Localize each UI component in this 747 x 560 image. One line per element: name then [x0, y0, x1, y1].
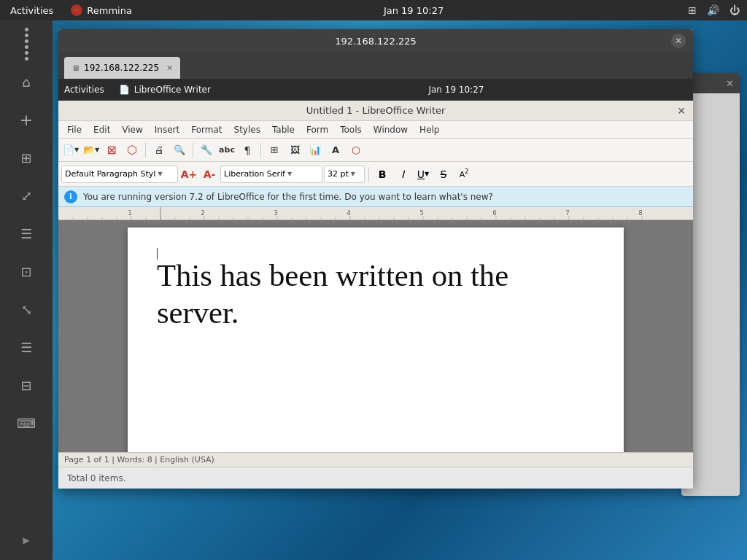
info-icon: i [64, 190, 77, 203]
font-name-dropdown[interactable]: Liberation Serif ▼ [220, 166, 322, 183]
print-preview-button[interactable]: 🔍 [170, 141, 189, 160]
remmina-content: Activities 📄 LibreOffice Writer Jan 19 1… [58, 79, 693, 467]
bold-button[interactable]: B [373, 165, 392, 184]
menu-table[interactable]: Table [266, 123, 301, 136]
lo-infobar: i You are running version 7.2 of LibreOf… [58, 187, 693, 207]
strikethrough-button[interactable]: S [434, 165, 453, 184]
sidebar-item-apps[interactable] [9, 26, 44, 61]
ruler-svg: 1 2 3 4 5 6 7 8 [58, 207, 693, 219]
paragraph-style-dropdown[interactable]: Default Paragraph Styl ▼ [61, 166, 178, 183]
sidebar-item-home[interactable]: ⌂ [9, 64, 44, 99]
activities-button[interactable]: Activities [0, 5, 63, 16]
toolbar-separator-1 [145, 143, 146, 158]
spellcheck-button[interactable]: abc [217, 141, 236, 160]
sidebar-item-shrink[interactable]: ⊡ [9, 254, 44, 289]
libreoffice-window: Activities 📄 LibreOffice Writer Jan 19 1… [58, 79, 693, 467]
sidebar-item-keyboard[interactable]: ⌨ [9, 405, 44, 440]
tab-icon: 🖥 [71, 63, 80, 73]
volume-icon[interactable]: 🔊 [707, 4, 719, 16]
table-insert-button[interactable]: ⊞ [265, 141, 284, 160]
superscript-button[interactable]: A2 [454, 165, 473, 184]
fullscreen-icon: ⤢ [21, 188, 32, 203]
sidebar-item-menu2[interactable]: ☰ [9, 330, 44, 365]
size-dropdown-arrow: ▼ [351, 171, 355, 177]
network-icon[interactable]: ⊞ [688, 4, 697, 16]
lo-topbar-activities[interactable]: Activities [64, 85, 104, 95]
save-remote-button[interactable]: ⊠ [102, 141, 121, 160]
lo-toolbar2: Default Paragraph Styl ▼ A+ A- Liberatio… [58, 162, 693, 187]
sidebar-item-add[interactable]: + [9, 102, 44, 137]
remmina-indicator[interactable]: Remmina [63, 4, 139, 16]
remmina-window: 192.168.122.225 ✕ 🖥 192.168.122.225 ✕ Ac… [58, 29, 693, 489]
open-button[interactable]: 📂▼ [82, 141, 101, 160]
menu-insert[interactable]: Insert [149, 123, 185, 136]
menu-file[interactable]: File [61, 123, 88, 136]
menu-window[interactable]: Window [368, 123, 414, 136]
lo-page[interactable]: This has been written on the server. [128, 228, 624, 452]
sidebar-item-fullscreen[interactable]: ⤢ [9, 178, 44, 213]
menu-help[interactable]: Help [414, 123, 445, 136]
new-document-button[interactable]: 📄▼ [61, 141, 80, 160]
remmina-icon [71, 4, 82, 16]
remmina-statusbar: Total 0 items. [58, 467, 693, 489]
lo-topbar-datetime: Jan 19 10:27 [225, 85, 687, 95]
find-button[interactable]: 🔧 [197, 141, 216, 160]
system-topbar: Activities Remmina Jan 19 10:27 ⊞ 🔊 ⏻ [0, 0, 747, 20]
menu-form[interactable]: Form [301, 123, 334, 136]
format-marks-button[interactable]: ¶ [238, 141, 257, 160]
increase-font-button[interactable]: A+ [179, 165, 198, 184]
menu-tools[interactable]: Tools [334, 123, 368, 136]
shrink-icon: ⊡ [20, 264, 31, 279]
menu-format[interactable]: Format [185, 123, 228, 136]
svg-text:4: 4 [347, 210, 350, 217]
lo-titlebar: Untitled 1 - LibreOffice Writer ✕ [58, 101, 693, 121]
menu-edit[interactable]: Edit [88, 123, 116, 136]
save-pdf-button[interactable]: ⬡ [123, 141, 142, 160]
lo-menubar: File Edit View Insert Format Styles Tabl… [58, 121, 693, 139]
toolbar-separator-2 [193, 143, 193, 158]
add-icon: + [20, 111, 33, 129]
extra-close-button[interactable]: ✕ [726, 78, 734, 89]
topbar-datetime: Jan 19 10:27 [139, 5, 688, 16]
sidebar-item-screen[interactable]: ⊟ [9, 368, 44, 402]
lo-toolbar1: 📄▼ 📂▼ ⊠ ⬡ 🖨 🔍 🔧 abc ¶ ⊞ 🖼 📊 A ⬡ [58, 139, 693, 162]
menu-view[interactable]: View [116, 123, 148, 136]
fontwork-button[interactable]: ⬡ [347, 141, 365, 160]
lo-ruler: 1 2 3 4 5 6 7 8 [58, 207, 693, 220]
paragraph-style-label: Default Paragraph Styl [65, 169, 155, 179]
lo-statusbar: Page 1 of 1 | Words: 8 | English (USA) [58, 452, 693, 467]
font-name-label: Liberation Serif [224, 169, 285, 179]
svg-text:7: 7 [565, 210, 569, 217]
lo-window-title: Untitled 1 - LibreOffice Writer [306, 105, 446, 116]
tab-label: 192.168.122.225 [84, 63, 159, 73]
menu-styles[interactable]: Styles [228, 123, 266, 136]
italic-button[interactable]: I [393, 165, 412, 184]
textbox-button[interactable]: A [326, 141, 345, 160]
toolbar-separator-3 [260, 143, 261, 158]
sidebar-expand-chevron[interactable]: ▶ [23, 535, 29, 545]
sidebar-item-menu1[interactable]: ☰ [9, 216, 44, 251]
lo-close-button[interactable]: ✕ [677, 105, 686, 117]
tab-close-button[interactable]: ✕ [166, 63, 173, 73]
document-text[interactable]: This has been written on the server. [157, 257, 595, 331]
sidebar-item-capture[interactable]: ⊞ [9, 140, 44, 175]
underline-button[interactable]: U ▼ [414, 165, 433, 184]
font-size-dropdown[interactable]: 32 pt ▼ [324, 166, 365, 183]
svg-rect-0 [58, 207, 693, 219]
print-button[interactable]: 🖨 [150, 141, 169, 160]
power-icon[interactable]: ⏻ [729, 4, 740, 16]
remmina-tab-session[interactable]: 🖥 192.168.122.225 ✕ [64, 57, 180, 79]
remmina-titlebar: 192.168.122.225 ✕ [58, 29, 693, 52]
sidebar-item-resize[interactable]: ⤡ [9, 292, 44, 327]
info-message: You are running version 7.2 of LibreOffi… [83, 192, 493, 202]
lo-document-area[interactable]: This has been written on the server. [58, 220, 693, 452]
remmina-close-button[interactable]: ✕ [671, 34, 686, 48]
decrease-font-button[interactable]: A- [200, 165, 219, 184]
svg-text:2: 2 [201, 210, 204, 217]
format-separator [368, 167, 369, 182]
svg-text:1: 1 [128, 210, 131, 217]
chart-insert-button[interactable]: 📊 [306, 141, 325, 160]
image-insert-button[interactable]: 🖼 [285, 141, 304, 160]
underline-arrow: ▼ [425, 171, 429, 177]
statusbar-text: Page 1 of 1 | Words: 8 | English (USA) [64, 455, 214, 464]
